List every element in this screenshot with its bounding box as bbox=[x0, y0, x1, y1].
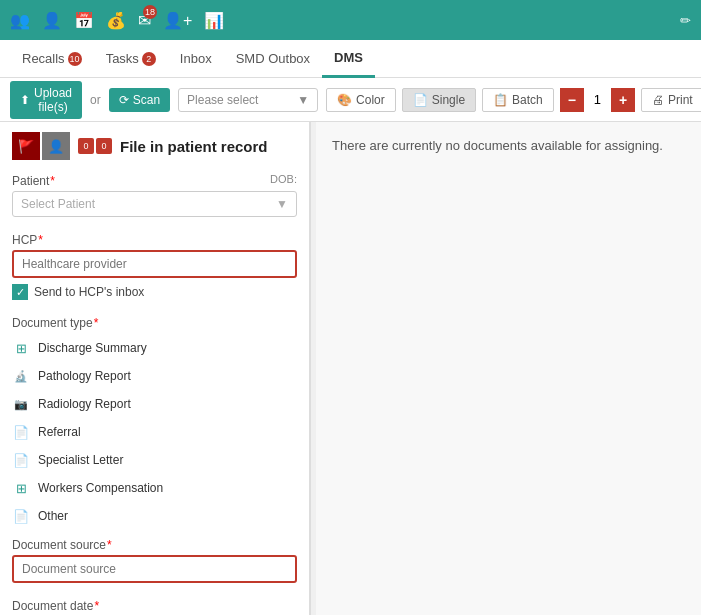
tab-tasks[interactable]: Tasks 2 bbox=[94, 40, 168, 78]
date-section: Document date 📅 bbox=[0, 591, 309, 615]
or-label: or bbox=[90, 93, 101, 107]
radiology-report-icon: 📷 bbox=[12, 395, 30, 413]
doc-type-label: Document type bbox=[0, 316, 309, 330]
send-to-inbox-label: Send to HCP's inbox bbox=[34, 285, 144, 299]
tab-recalls[interactable]: Recalls 10 bbox=[10, 40, 94, 78]
single-icon: 📄 bbox=[413, 93, 428, 107]
doc-type-radiology-report[interactable]: 📷 Radiology Report bbox=[0, 390, 309, 418]
flag-count-badge: 0 bbox=[78, 138, 94, 154]
user-icon-box: 👤 bbox=[42, 132, 70, 160]
decrement-button[interactable]: − bbox=[560, 88, 584, 112]
patient-section: Patient DOB: Select Patient ▼ bbox=[0, 166, 309, 225]
user-count-badge: 0 bbox=[96, 138, 112, 154]
doc-type-pathology-report[interactable]: 🔬 Pathology Report bbox=[0, 362, 309, 390]
print-button[interactable]: 🖨 Print bbox=[641, 88, 701, 112]
dob-label: DOB: bbox=[270, 173, 297, 185]
color-button[interactable]: 🎨 Color bbox=[326, 88, 396, 112]
hcp-label: HCP bbox=[12, 233, 297, 247]
pen-icon: ✏ bbox=[680, 13, 691, 28]
panel-header: 🚩 👤 0 0 File in patient record bbox=[0, 122, 309, 166]
referral-icon: 📄 bbox=[12, 423, 30, 441]
single-button[interactable]: 📄 Single bbox=[402, 88, 476, 112]
chart-icon[interactable]: 📊 bbox=[204, 11, 224, 30]
left-panel: 🚩 👤 0 0 File in patient record Patient D… bbox=[0, 122, 310, 615]
specialist-letter-icon: 📄 bbox=[12, 451, 30, 469]
doc-type-discharge-summary[interactable]: ⊞ Discharge Summary bbox=[0, 334, 309, 362]
doc-type-list: ⊞ Discharge Summary 🔬 Pathology Report 📷… bbox=[0, 334, 309, 530]
chevron-down-icon: ▼ bbox=[297, 93, 309, 107]
top-navigation-bar: 👥 👤 📅 💰 ✉ 18 👤+ 📊 ✏ bbox=[0, 0, 701, 40]
hcp-section: HCP ✓ Send to HCP's inbox bbox=[0, 225, 309, 308]
doc-type-referral[interactable]: 📄 Referral bbox=[0, 418, 309, 446]
tab-bar: Recalls 10 Tasks 2 Inbox SMD Outbox DMS bbox=[0, 40, 701, 78]
color-icon: 🎨 bbox=[337, 93, 352, 107]
tab-smd-outbox[interactable]: SMD Outbox bbox=[224, 40, 322, 78]
tab-inbox[interactable]: Inbox bbox=[168, 40, 224, 78]
source-section: Document source bbox=[0, 530, 309, 591]
print-icon: 🖨 bbox=[652, 93, 664, 107]
source-label: Document source bbox=[12, 538, 297, 552]
chevron-down-icon: ▼ bbox=[276, 197, 288, 211]
flag-icon-box: 🚩 bbox=[12, 132, 40, 160]
discharge-summary-icon: ⊞ bbox=[12, 339, 30, 357]
person-icon[interactable]: 👤 bbox=[42, 11, 62, 30]
doc-type-section: Document type ⊞ Discharge Summary 🔬 Path… bbox=[0, 308, 309, 530]
batch-button[interactable]: 📋 Batch bbox=[482, 88, 554, 112]
upload-icon: ⬆ bbox=[20, 93, 30, 107]
panel-title: File in patient record bbox=[120, 138, 268, 155]
main-content: 🚩 👤 0 0 File in patient record Patient D… bbox=[0, 122, 701, 615]
upload-files-button[interactable]: ⬆ Upload file(s) bbox=[10, 81, 82, 119]
batch-icon: 📋 bbox=[493, 93, 508, 107]
scan-icon: ⟳ bbox=[119, 93, 129, 107]
hcp-input[interactable] bbox=[12, 250, 297, 278]
toolbar-right-controls: 🎨 Color 📄 Single 📋 Batch − 1 + 🖨 Print ⚙ bbox=[326, 88, 701, 112]
date-label: Document date bbox=[12, 599, 297, 613]
calendar-icon[interactable]: 📅 bbox=[74, 11, 94, 30]
doc-type-workers-compensation[interactable]: ⊞ Workers Compensation bbox=[0, 474, 309, 502]
doc-type-specialist-letter[interactable]: 📄 Specialist Letter bbox=[0, 446, 309, 474]
workers-compensation-icon: ⊞ bbox=[12, 479, 30, 497]
send-to-inbox-row: ✓ Send to HCP's inbox bbox=[12, 284, 297, 300]
pathology-report-icon: 🔬 bbox=[12, 367, 30, 385]
toolbar: ⬆ Upload file(s) or ⟳ Scan Please select… bbox=[0, 78, 701, 122]
no-documents-message: There are currently no documents availab… bbox=[332, 138, 663, 153]
scan-button[interactable]: ⟳ Scan bbox=[109, 88, 170, 112]
tasks-badge: 2 bbox=[142, 52, 156, 66]
please-select-dropdown[interactable]: Please select ▼ bbox=[178, 88, 318, 112]
other-icon: 📄 bbox=[12, 507, 30, 525]
envelope-badge: 18 bbox=[143, 5, 157, 19]
currency-icon[interactable]: 💰 bbox=[106, 11, 126, 30]
doc-type-other[interactable]: 📄 Other bbox=[0, 502, 309, 530]
envelope-icon[interactable]: ✉ 18 bbox=[138, 11, 151, 30]
person-group-icon[interactable]: 👥 bbox=[10, 11, 30, 30]
increment-button[interactable]: + bbox=[611, 88, 635, 112]
source-input[interactable] bbox=[12, 555, 297, 583]
patient-label: Patient bbox=[12, 174, 55, 188]
counter-value: 1 bbox=[590, 92, 605, 107]
person-add-icon[interactable]: 👤+ bbox=[163, 11, 192, 30]
patient-select-dropdown[interactable]: Select Patient ▼ bbox=[12, 191, 297, 217]
recalls-badge: 10 bbox=[68, 52, 82, 66]
tab-dms[interactable]: DMS bbox=[322, 40, 375, 78]
send-to-inbox-checkbox[interactable]: ✓ bbox=[12, 284, 28, 300]
right-panel: There are currently no documents availab… bbox=[316, 122, 701, 615]
